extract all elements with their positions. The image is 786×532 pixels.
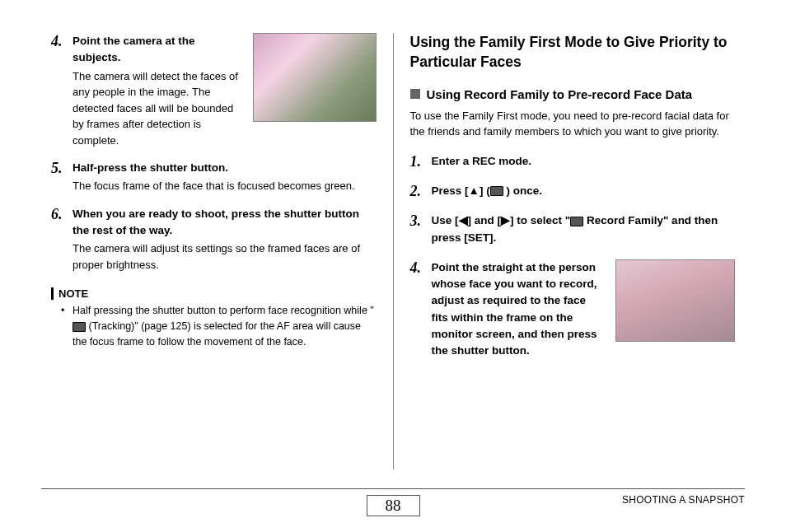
sample-photo-face: [615, 259, 735, 342]
page-footer: 88 SHOOTING A SNAPSHOT: [41, 488, 745, 517]
note-bar-icon: [51, 287, 54, 300]
step-title: Half-press the shutter button.: [73, 160, 377, 176]
footer-divider: [41, 488, 745, 489]
intro-text: To use the Family First mode, you need t…: [410, 108, 736, 140]
step-title: Point the camera at the subjects.: [73, 33, 243, 67]
step-title: Press [▲] ( ) once.: [432, 183, 736, 199]
sub-heading: Using Record Family to Pre-record Face D…: [410, 86, 736, 103]
step-number: 4.: [410, 259, 432, 362]
step-desc: The camera will detect the faces of any …: [73, 68, 243, 149]
tracking-icon: [73, 322, 86, 332]
step-number: 6.: [51, 206, 73, 273]
step-title: Point the straight at the person whose f…: [432, 259, 606, 360]
step-4-right: 4. Point the straight at the person whos…: [410, 259, 736, 362]
step-desc: The focus frame of the face that is focu…: [73, 178, 377, 194]
left-column: 4. Point the camera at the subjects. The…: [41, 33, 386, 469]
step-4: 4. Point the camera at the subjects. The…: [51, 33, 377, 148]
right-column: Using the Family First Mode to Give Prio…: [400, 33, 746, 469]
step-number: 3.: [410, 212, 432, 248]
page-number: 88: [367, 495, 420, 516]
section-title: Using the Family First Mode to Give Prio…: [410, 33, 736, 72]
step-desc: The camera will adjust its settings so t…: [73, 240, 377, 273]
square-bullet-icon: [410, 89, 420, 99]
record-family-icon: [570, 217, 583, 226]
up-triangle-icon: ▲: [469, 184, 480, 197]
step-title: Enter a REC mode.: [432, 153, 736, 170]
step-number: 2.: [410, 183, 432, 201]
note-text: Half pressing the shutter button to perf…: [73, 303, 377, 349]
step-3: 3. Use [◀] and [▶] to select " Record Fa…: [410, 212, 736, 248]
step-title: When you are ready to shoot, press the s…: [73, 206, 377, 240]
column-divider: [393, 33, 394, 469]
note-label: NOTE: [58, 287, 88, 300]
sample-photo-family: [253, 33, 377, 122]
step-6: 6. When you are ready to shoot, press th…: [51, 206, 377, 273]
step-2: 2. Press [▲] ( ) once.: [410, 183, 736, 201]
bullet-icon: •: [61, 303, 73, 349]
step-number: 4.: [51, 33, 73, 148]
footer-section-label: SHOOTING A SNAPSHOT: [622, 494, 745, 506]
step-title: Use [◀] and [▶] to select " Record Famil…: [432, 212, 736, 246]
step-5: 5. Half-press the shutter button. The fo…: [51, 160, 377, 194]
step-1: 1. Enter a REC mode.: [410, 153, 736, 171]
right-triangle-icon: ▶: [501, 214, 510, 226]
note-block: NOTE • Half pressing the shutter button …: [51, 287, 377, 349]
step-number: 5.: [51, 160, 73, 194]
face-mode-icon: [490, 186, 503, 196]
left-triangle-icon: ◀: [459, 214, 468, 226]
page-content: 4. Point the camera at the subjects. The…: [41, 33, 745, 469]
step-number: 1.: [410, 153, 432, 171]
